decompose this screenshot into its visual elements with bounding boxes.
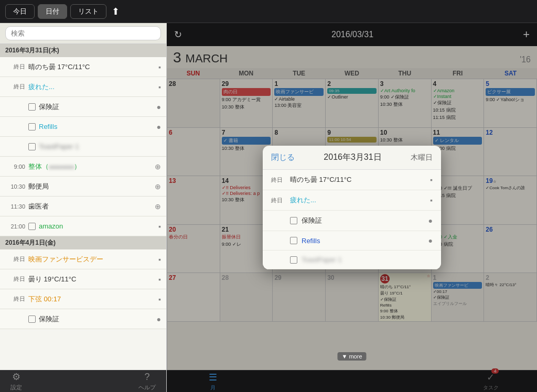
checkbox[interactable] [28, 143, 36, 150]
sidebar-date-header-2: 2016年4月1日(金) [0, 236, 166, 249]
list-item[interactable]: 21:00 amazon ▪ [0, 216, 166, 236]
checkbox[interactable] [28, 223, 36, 230]
calendar-icon: ▪ [158, 63, 161, 71]
help-icon: ? [144, 372, 149, 383]
popup-list-item[interactable]: Refills ● [263, 231, 441, 251]
popup-dialog: 閉じる 2016年3月31日 木曜日 終日 晴のち曇 17°C/11°C ▪ 終… [263, 146, 441, 269]
sidebar: 2016年3月31日(木) 終日 晴のち曇 17°C/11°C ▪ 終日 疲れた… [0, 23, 167, 392]
help-button[interactable]: ? ヘルプ [138, 372, 156, 391]
reminder-icon: ● [428, 236, 433, 245]
today-button[interactable]: 今日 [5, 4, 35, 19]
popup-list-item[interactable]: ToastPaper 1 [263, 251, 441, 269]
sidebar-content: 2016年3月31日(木) 終日 晴のち曇 17°C/11°C ▪ 終日 疲れた… [0, 44, 166, 370]
popup-list-item[interactable]: 保険証 ● [263, 211, 441, 231]
calendar-icon: ▪ [158, 275, 161, 284]
reminder-icon: ● [157, 123, 161, 131]
popup-weekday: 木曜日 [411, 153, 433, 162]
calendar-icon: ▪ [158, 255, 161, 264]
top-bar: 今日 日付 リスト ⬆ [0, 0, 537, 23]
list-button[interactable]: リスト [70, 4, 106, 19]
more-button[interactable]: ▼ more [337, 352, 366, 361]
add-icon: ⊕ [155, 162, 161, 171]
list-item[interactable]: 終日 下弦 00:17 ▪ [0, 289, 166, 309]
popup-title: 2016年3月31日 [295, 152, 411, 163]
checkbox[interactable] [28, 315, 36, 323]
list-item[interactable]: 10:30 郵便局 ⊕ [0, 177, 166, 197]
date-button[interactable]: 日付 [38, 4, 67, 19]
popup-close-button[interactable]: 閉じる [271, 153, 295, 162]
settings-button[interactable]: ⚙ 設定 [10, 371, 22, 391]
popup-checkbox[interactable] [290, 217, 297, 224]
search-bar [0, 23, 166, 44]
popup-list-item[interactable]: 終日 晴のち曇 17°C/11°C ▪ [263, 170, 441, 190]
calendar-panel: ↻ 2016/03/31 + 3 MARCH '16 SUN MON TUE W… [167, 23, 537, 392]
calendar-icon: ▪ [430, 196, 433, 204]
list-item[interactable]: 終日 映画ファンサービスデー ▪ [0, 249, 166, 269]
sidebar-date-header-1: 2016年3月31日(木) [0, 44, 166, 57]
main-layout: 2016年3月31日(木) 終日 晴のち曇 17°C/11°C ▪ 終日 疲れた… [0, 23, 537, 392]
list-item[interactable]: 終日 曇り 19°C/11°C ▪ [0, 269, 166, 289]
popup-list-item[interactable]: 終日 疲れた... ▪ [263, 190, 441, 211]
reminder-icon: ● [157, 315, 161, 323]
gear-icon: ⚙ [12, 371, 20, 383]
list-item[interactable]: 終日 疲れた... ▪ [0, 77, 166, 97]
sidebar-bottom-bar: ⚙ 設定 ? ヘルプ [0, 370, 166, 392]
checkbox[interactable] [28, 123, 36, 130]
reminder-icon: ● [157, 103, 161, 111]
list-item[interactable]: 9:00 整体（■■■■■■■■） ⊕ [0, 157, 166, 177]
calendar-icon: ▪ [158, 295, 161, 303]
search-input[interactable] [5, 26, 161, 40]
list-item[interactable]: 保険証 ● [0, 309, 166, 329]
popup-overlay[interactable]: 閉じる 2016年3月31日 木曜日 終日 晴のち曇 17°C/11°C ▪ 終… [167, 23, 537, 392]
reminder-icon: ● [428, 216, 433, 225]
list-item[interactable]: 終日 晴のち曇 17°C/11°C ▪ [0, 57, 166, 77]
add-icon: ⊕ [155, 182, 161, 191]
popup-header: 閉じる 2016年3月31日 木曜日 [263, 146, 441, 170]
calendar-icon: ▪ [158, 83, 161, 91]
settings-label: 設定 [10, 384, 22, 391]
calendar-icon: ▪ [158, 222, 161, 231]
add-icon: ⊕ [155, 202, 161, 211]
popup-checkbox[interactable] [290, 256, 297, 264]
list-item[interactable]: 11:30 歯医者 ⊕ [0, 197, 166, 216]
list-item[interactable]: 保険証 ● [0, 97, 166, 117]
list-item[interactable]: Refills ● [0, 117, 166, 137]
calendar-icon: ▪ [430, 176, 433, 184]
checkbox[interactable] [28, 103, 36, 111]
list-item[interactable]: ToastPaper 1 [0, 137, 166, 157]
share-icon[interactable]: ⬆ [112, 6, 120, 17]
help-label: ヘルプ [138, 384, 156, 391]
popup-checkbox[interactable] [290, 237, 297, 244]
